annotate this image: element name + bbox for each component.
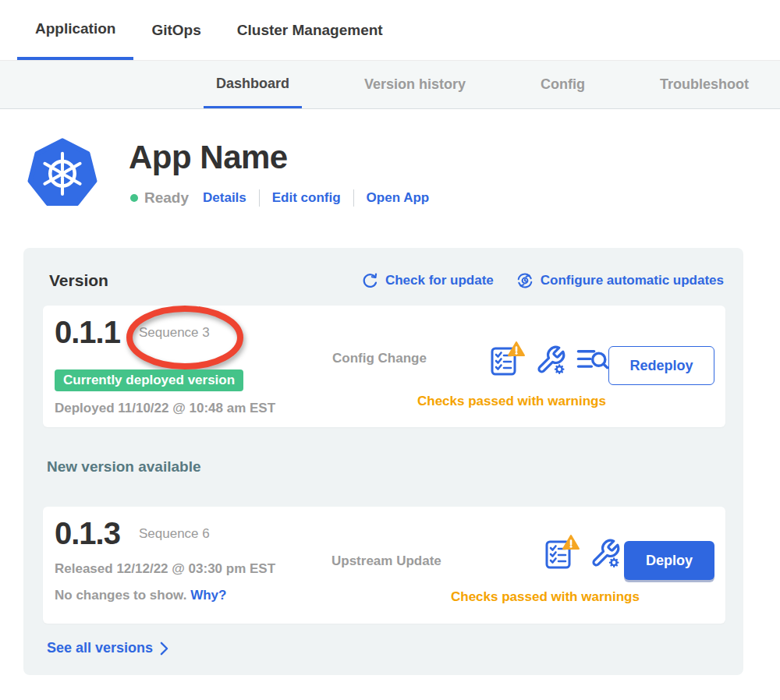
admin-console-page: Application GitOps Cluster Management Da… [0, 0, 780, 700]
new-version-heading: New version available [47, 458, 201, 476]
divider [353, 189, 354, 207]
open-app-link[interactable]: Open App [367, 190, 430, 206]
chevron-right-icon [160, 642, 168, 656]
check-for-update-label: Check for update [385, 273, 494, 288]
refresh-icon [361, 272, 379, 290]
no-changes-label: No changes to show. [55, 588, 186, 603]
deploy-button[interactable]: Deploy [624, 541, 714, 580]
top-tab-gitops[interactable]: GitOps [133, 0, 218, 60]
preflight-checks-icon[interactable] [488, 341, 525, 379]
available-version-sequence: Sequence 6 [139, 526, 210, 542]
released-timestamp: Released 12/12/22 @ 03:30 pm EST [55, 561, 275, 577]
why-link[interactable]: Why? [190, 588, 226, 603]
configure-automatic-updates-label: Configure automatic updates [541, 273, 724, 288]
version-card: Version Check for update [23, 248, 743, 675]
check-for-update-link[interactable]: Check for update [361, 272, 494, 290]
top-tab-application[interactable]: Application [17, 0, 133, 60]
current-version-icons [488, 341, 609, 379]
version-card-header: Version Check for update [23, 271, 743, 290]
kubernetes-logo-icon [27, 137, 98, 207]
redeploy-button[interactable]: Redeploy [608, 346, 714, 385]
current-version-sequence: Sequence 3 [139, 325, 210, 341]
current-version-source: Config Change [332, 351, 427, 366]
view-files-icon[interactable] [576, 346, 609, 374]
preflight-checks-icon[interactable] [542, 535, 580, 572]
config-wrench-icon[interactable] [535, 345, 566, 376]
sub-tab-config[interactable]: Config [528, 61, 597, 108]
deployed-timestamp: Deployed 11/10/22 @ 10:48 am EST [55, 401, 275, 416]
available-version-number: 0.1.3 [55, 516, 120, 551]
app-status-text: Ready [144, 189, 189, 207]
sub-tab-dashboard[interactable]: Dashboard [204, 61, 302, 108]
details-link[interactable]: Details [203, 190, 246, 206]
top-nav: Application GitOps Cluster Management [0, 0, 780, 60]
available-version-line: 0.1.3 Sequence 6 [55, 516, 210, 551]
sub-tab-version-history[interactable]: Version history [352, 61, 478, 108]
app-status-row: Ready Details Edit config Open App [130, 189, 429, 207]
page-title: App Name [129, 139, 288, 176]
version-card-title: Version [49, 271, 108, 290]
top-tab-cluster-management[interactable]: Cluster Management [219, 0, 401, 60]
see-all-versions-link[interactable]: See all versions [47, 640, 168, 656]
sub-tab-troubleshoot[interactable]: Troubleshoot [647, 61, 761, 108]
current-checks-status[interactable]: Checks passed with warnings [417, 394, 606, 409]
config-wrench-icon[interactable] [590, 538, 621, 569]
available-version-source: Upstream Update [332, 553, 441, 569]
scheduled-update-icon [516, 271, 534, 290]
ready-status-dot-icon [130, 194, 138, 202]
sub-nav: Dashboard Version history Config Trouble… [0, 60, 780, 109]
currently-deployed-badge: Currently deployed version [55, 369, 243, 391]
divider [259, 189, 260, 207]
version-card-actions: Check for update Configure automat [361, 271, 724, 290]
available-version-icons [542, 535, 621, 572]
current-version-row: 0.1.1 Sequence 3 Currently deployed vers… [43, 306, 725, 427]
edit-config-link[interactable]: Edit config [272, 190, 341, 206]
current-version-number: 0.1.1 [55, 315, 120, 350]
available-version-row: 0.1.3 Sequence 6 Released 12/12/22 @ 03:… [43, 507, 725, 624]
current-version-line: 0.1.1 Sequence 3 [55, 315, 210, 350]
configure-automatic-updates-link[interactable]: Configure automatic updates [516, 271, 724, 290]
available-checks-status[interactable]: Checks passed with warnings [451, 589, 640, 605]
no-changes-text: No changes to show. Why? [55, 588, 226, 603]
see-all-versions-label: See all versions [47, 640, 153, 656]
